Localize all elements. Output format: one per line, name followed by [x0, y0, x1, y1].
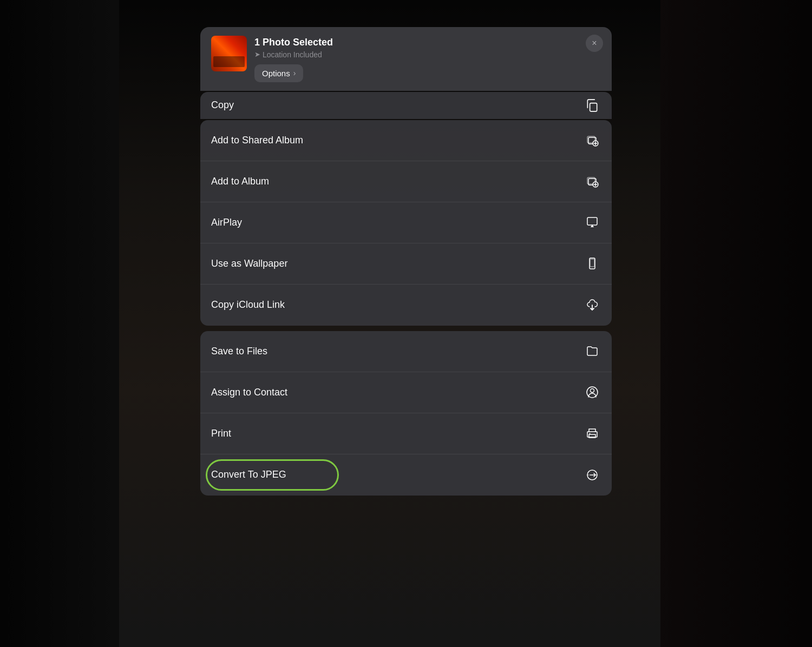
- svg-rect-9: [590, 259, 594, 267]
- add-shared-album-item[interactable]: Add to Shared Album: [200, 120, 612, 161]
- options-button[interactable]: Options ›: [254, 64, 303, 82]
- photo-title: 1 Photo Selected: [254, 37, 601, 49]
- save-files-label: Save to Files: [211, 346, 267, 357]
- options-label: Options: [262, 69, 290, 78]
- location-text: Location Included: [263, 50, 322, 59]
- convert-jpeg-icon: [584, 466, 601, 484]
- print-icon: [584, 425, 601, 442]
- copy-icon: [584, 97, 601, 114]
- add-shared-album-label: Add to Shared Album: [211, 135, 303, 146]
- partial-copy-item[interactable]: Copy: [200, 92, 612, 119]
- shared-album-icon: [584, 131, 601, 149]
- svg-point-11: [591, 389, 594, 393]
- icloud-link-icon: [584, 296, 601, 314]
- add-album-icon: [584, 173, 601, 190]
- add-album-label: Add to Album: [211, 176, 269, 187]
- add-album-item[interactable]: Add to Album: [200, 161, 612, 202]
- save-files-icon: [584, 342, 601, 360]
- menu-group-2: Save to Files Assign to Contact Print: [200, 331, 612, 496]
- icloud-link-item[interactable]: Copy iCloud Link: [200, 285, 612, 326]
- airplay-label: AirPlay: [211, 217, 242, 228]
- airplay-item[interactable]: AirPlay: [200, 202, 612, 243]
- print-item[interactable]: Print: [200, 413, 612, 454]
- svg-point-14: [590, 433, 591, 434]
- copy-label: Copy: [211, 100, 234, 111]
- icloud-link-label: Copy iCloud Link: [211, 299, 285, 311]
- convert-jpeg-label: Convert To JPEG: [211, 469, 286, 480]
- wallpaper-label: Use as Wallpaper: [211, 258, 287, 269]
- menu-group-1: Add to Shared Album Add to Album: [200, 120, 612, 326]
- assign-contact-icon: [584, 384, 601, 401]
- convert-jpeg-item[interactable]: Convert To JPEG: [200, 454, 612, 496]
- svg-rect-0: [590, 103, 597, 111]
- header-info: 1 Photo Selected ➤ Location Included Opt…: [254, 36, 601, 82]
- svg-rect-7: [587, 217, 597, 225]
- location-icon: ➤: [254, 50, 260, 58]
- close-icon: ×: [592, 38, 597, 48]
- options-chevron-icon: ›: [293, 69, 296, 77]
- assign-contact-label: Assign to Contact: [211, 387, 287, 398]
- sheet-header: 1 Photo Selected ➤ Location Included Opt…: [200, 27, 612, 91]
- print-label: Print: [211, 428, 231, 439]
- airplay-icon: [584, 214, 601, 231]
- close-button[interactable]: ×: [586, 35, 603, 52]
- wallpaper-item[interactable]: Use as Wallpaper: [200, 243, 612, 285]
- wallpaper-icon: [584, 255, 601, 272]
- photo-thumb-inner: [211, 36, 247, 71]
- share-sheet: 1 Photo Selected ➤ Location Included Opt…: [200, 27, 612, 501]
- location-row: ➤ Location Included: [254, 50, 601, 59]
- save-files-item[interactable]: Save to Files: [200, 331, 612, 372]
- assign-contact-item[interactable]: Assign to Contact: [200, 372, 612, 413]
- photo-thumbnail: [211, 36, 247, 71]
